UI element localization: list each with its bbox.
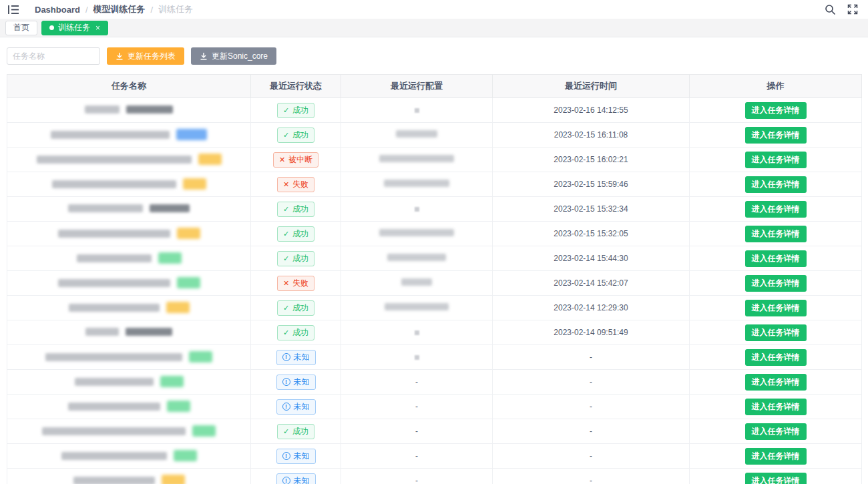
table-row: ✓成功2023-02-15 15:32:05进入任务详情 (7, 222, 862, 246)
action-cell: 进入任务详情 (690, 98, 862, 123)
status-label: 成功 (292, 130, 308, 141)
task-detail-button[interactable]: 进入任务详情 (745, 176, 807, 193)
action-cell: 进入任务详情 (690, 345, 862, 370)
check-icon: ✓ (283, 329, 289, 336)
redacted-text-block (37, 156, 192, 164)
search-icon[interactable] (824, 3, 836, 15)
status-label: 未知 (294, 475, 310, 484)
tab-training-tasks[interactable]: 训练任务 × (41, 21, 108, 35)
redacted-config-block (387, 254, 446, 261)
task-tag-green (174, 450, 197, 461)
opened-tabs-bar: 首页 训练任务 × (0, 19, 868, 37)
table-row: ✕失败2023-02-14 15:42:07进入任务详情 (7, 271, 862, 296)
redacted-text-block (85, 105, 120, 113)
status-badge-interrupted: ✕被中断 (273, 152, 318, 168)
tab-close-icon[interactable]: × (95, 24, 100, 32)
breadcrumb-item-dashboard[interactable]: Dashboard (35, 5, 80, 15)
info-circle-icon: ! (282, 378, 290, 386)
column-header-last-run-time: 最近运行时间 (493, 75, 690, 98)
task-tag-yellow (198, 154, 222, 165)
task-name-cell (7, 469, 251, 484)
redacted-text-block (69, 304, 160, 312)
task-name-cell (7, 444, 251, 469)
redacted-config-dot (415, 108, 419, 113)
tab-home-label: 首页 (13, 22, 29, 33)
task-detail-button[interactable]: 进入任务详情 (745, 324, 807, 341)
table-row: ✓成功2023-02-14 12:29:30进入任务详情 (7, 296, 862, 320)
action-cell: 进入任务详情 (690, 370, 862, 395)
menu-fold-icon[interactable] (7, 3, 20, 16)
breadcrumb-item-model-training[interactable]: 模型训练任务 (93, 3, 146, 15)
redacted-task-name (52, 178, 206, 190)
task-detail-button[interactable]: 进入任务详情 (745, 201, 807, 218)
config-cell (341, 246, 493, 271)
action-cell: 进入任务详情 (690, 123, 862, 148)
tab-active-dot-icon (49, 25, 54, 30)
task-detail-button[interactable]: 进入任务详情 (745, 102, 807, 119)
task-tag-yellow (177, 228, 200, 239)
redacted-text-block (51, 131, 170, 139)
status-badge-unknown: !未知 (276, 473, 316, 484)
task-name-cell (7, 370, 251, 395)
config-cell: - (341, 419, 493, 444)
redacted-task-name (42, 425, 216, 437)
task-detail-button[interactable]: 进入任务详情 (745, 374, 807, 391)
action-cell: 进入任务详情 (690, 444, 862, 469)
redacted-config-block (384, 180, 449, 187)
task-tag-green (158, 252, 182, 264)
task-tag-green (167, 401, 190, 412)
action-cell: 进入任务详情 (690, 222, 862, 246)
table-row: ✓成功--进入任务详情 (7, 419, 862, 444)
status-badge-failed: ✕失败 (277, 177, 314, 192)
status-label: 失败 (292, 278, 308, 289)
redacted-text-block (126, 105, 173, 113)
table-row: ✕失败2023-02-15 15:59:46进入任务详情 (7, 172, 862, 197)
breadcrumb: Dashboard / 模型训练任务 / 训练任务 (35, 3, 193, 15)
check-icon: ✓ (283, 206, 289, 213)
breadcrumb-item-current: 训练任务 (158, 3, 193, 15)
redacted-text-block (85, 328, 119, 336)
task-detail-button[interactable]: 进入任务详情 (745, 226, 807, 242)
tab-home[interactable]: 首页 (5, 21, 37, 35)
task-tag-blue (176, 129, 207, 140)
task-name-cell (7, 246, 251, 271)
last-run-time-cell: 2023-02-14 15:44:30 (493, 246, 690, 271)
last-run-time-cell: 2023-02-14 09:51:49 (493, 320, 690, 345)
task-detail-button[interactable]: 进入任务详情 (745, 423, 807, 440)
task-name-input[interactable] (7, 47, 100, 65)
task-detail-button[interactable]: 进入任务详情 (745, 399, 807, 415)
status-cell: ✓成功 (251, 123, 341, 148)
status-label: 未知 (294, 401, 310, 413)
status-label: 成功 (292, 253, 308, 264)
fullscreen-icon[interactable] (847, 3, 859, 15)
task-detail-button[interactable]: 进入任务详情 (745, 275, 807, 292)
task-detail-button[interactable]: 进入任务详情 (745, 349, 807, 366)
action-cell: 进入任务详情 (690, 246, 862, 271)
config-cell: - (341, 469, 493, 484)
redacted-task-name (58, 228, 200, 239)
column-header-actions: 操作 (690, 75, 862, 98)
status-badge-success: ✓成功 (277, 424, 314, 439)
task-detail-button[interactable]: 进入任务详情 (745, 127, 807, 144)
task-detail-button[interactable]: 进入任务详情 (745, 300, 807, 316)
status-label: 未知 (294, 451, 310, 462)
update-sonic-core-button[interactable]: 更新Sonic_core (191, 47, 276, 65)
status-cell: ✕失败 (251, 271, 341, 296)
config-cell (341, 197, 493, 222)
column-header-task-name: 任务名称 (7, 75, 251, 98)
redacted-task-name (69, 302, 190, 313)
status-badge-unknown: !未知 (276, 375, 316, 390)
redacted-text-block (61, 452, 167, 460)
task-detail-button[interactable]: 进入任务详情 (745, 473, 807, 484)
status-label: 成功 (292, 228, 308, 240)
table-row: !未知--进入任务详情 (7, 395, 862, 419)
task-detail-button[interactable]: 进入任务详情 (745, 152, 807, 168)
info-circle-icon: ! (282, 452, 290, 460)
redacted-config-block (385, 303, 449, 310)
task-detail-button[interactable]: 进入任务详情 (745, 250, 807, 267)
task-detail-button[interactable]: 进入任务详情 (745, 448, 807, 465)
check-icon: ✓ (283, 304, 289, 312)
update-task-list-button[interactable]: 更新任务列表 (107, 47, 184, 65)
status-cell: ✓成功 (251, 222, 341, 246)
update-task-list-label: 更新任务列表 (128, 51, 176, 62)
